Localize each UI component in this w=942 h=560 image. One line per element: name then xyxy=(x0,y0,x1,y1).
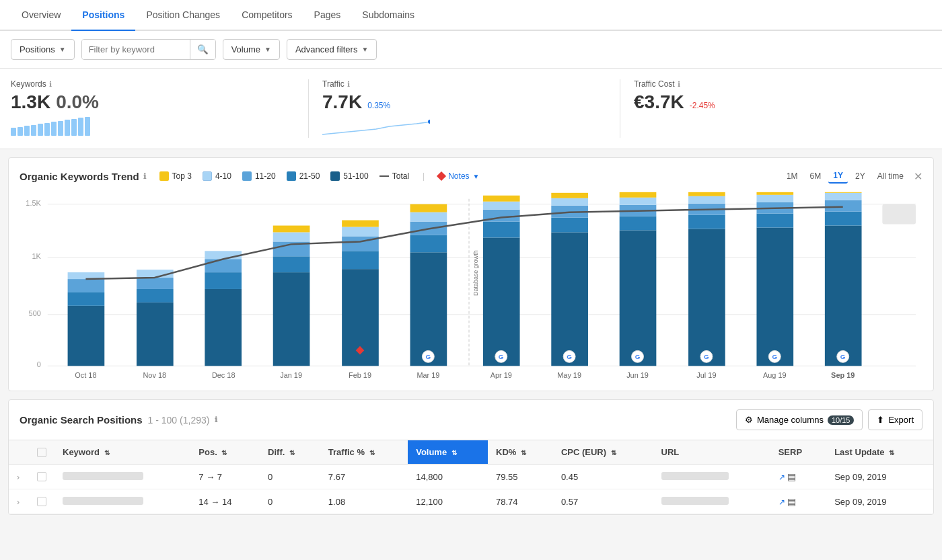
traffic-info-icon[interactable]: ℹ xyxy=(347,80,350,89)
svg-rect-57 xyxy=(688,192,725,196)
table-toolbar: Organic Search Positions 1 - 100 (1,293)… xyxy=(9,400,933,440)
legend-4-10-dot xyxy=(203,171,212,181)
traffic-cost-value: €3.7K xyxy=(634,91,684,113)
svg-rect-64 xyxy=(825,212,862,226)
row-1-cpc: 0.45 xyxy=(553,465,653,489)
svg-text:Jun 19: Jun 19 xyxy=(626,371,649,379)
svg-text:Dec 18: Dec 18 xyxy=(212,371,236,379)
row-2-traffic: 1.08 xyxy=(320,489,408,514)
volume-dropdown[interactable]: Volume ▼ xyxy=(223,39,280,60)
svg-rect-13 xyxy=(137,303,174,366)
expand-row-1[interactable]: › xyxy=(17,473,20,482)
legend-11-20[interactable]: 11-20 xyxy=(242,171,276,181)
svg-text:Database growth: Database growth xyxy=(472,250,479,296)
col-diff[interactable]: Diff. ⇅ xyxy=(260,440,320,465)
svg-rect-32 xyxy=(410,235,447,252)
notes-button[interactable]: Notes ▼ xyxy=(438,171,479,181)
search-input[interactable] xyxy=(82,40,190,59)
svg-rect-18 xyxy=(205,272,242,289)
col-serp[interactable]: SERP xyxy=(770,440,826,465)
legend-51-100[interactable]: 51-100 xyxy=(330,171,368,181)
col-traffic-pct[interactable]: Traffic % ⇅ xyxy=(320,440,408,465)
expand-row-2[interactable]: › xyxy=(17,497,20,507)
col-cpc[interactable]: CPC (EUR) ⇅ xyxy=(553,440,653,465)
svg-text:May 19: May 19 xyxy=(557,371,581,379)
svg-text:Nov 18: Nov 18 xyxy=(143,371,166,379)
svg-text:G: G xyxy=(635,353,641,360)
col-pos[interactable]: Pos. ⇅ xyxy=(190,440,260,465)
keywords-value: 1.3K xyxy=(11,91,50,113)
traffic-cost-info-icon[interactable]: ℹ xyxy=(678,80,680,89)
time-all[interactable]: All time xyxy=(873,169,908,183)
svg-text:G: G xyxy=(426,353,431,360)
chart-svg: 1.5K 1K 500 0 xyxy=(20,192,922,380)
svg-rect-35 xyxy=(410,204,447,212)
chart-header: Organic Keywords Trend ℹ Top 3 4-10 11-2… xyxy=(20,169,922,184)
chart-legend: Top 3 4-10 11-20 21-50 51-100 xyxy=(159,171,480,181)
tab-positions[interactable]: Positions xyxy=(71,0,135,31)
svg-text:0: 0 xyxy=(37,360,41,368)
legend-top3[interactable]: Top 3 xyxy=(159,171,192,181)
svg-text:G: G xyxy=(567,353,572,360)
time-2y[interactable]: 2Y xyxy=(850,169,870,183)
svg-text:Aug 19: Aug 19 xyxy=(763,371,787,379)
svg-text:Sep 19: Sep 19 xyxy=(831,371,855,379)
checkbox-header[interactable] xyxy=(29,440,55,465)
close-icon[interactable]: ✕ xyxy=(914,170,922,183)
svg-rect-27 xyxy=(342,251,379,269)
row-1-kd: 79.55 xyxy=(488,465,553,489)
row-1-checkbox[interactable] xyxy=(37,472,46,481)
row-2-ext-link-icon[interactable]: ↗ xyxy=(778,497,785,507)
col-keyword[interactable]: Keyword ⇅ xyxy=(55,440,190,465)
search-button[interactable]: 🔍 xyxy=(190,40,215,59)
svg-rect-58 xyxy=(756,228,793,366)
expand-header xyxy=(9,440,29,465)
table-info-icon[interactable]: ℹ xyxy=(215,415,217,424)
svg-rect-30 xyxy=(342,221,379,227)
row-2-checkbox[interactable] xyxy=(37,497,46,506)
row-1-serp-icon[interactable]: ▤ xyxy=(787,471,796,482)
manage-columns-button[interactable]: ⚙ Manage columns 10/15 xyxy=(736,409,863,430)
keywords-info-icon[interactable]: ℹ xyxy=(49,80,52,89)
keywords-pct: 0.0% xyxy=(56,91,99,113)
col-volume[interactable]: Volume ⇅ xyxy=(408,440,488,465)
col-url[interactable]: URL xyxy=(653,440,770,465)
chart-info-icon[interactable]: ℹ xyxy=(143,172,146,181)
traffic-cost-label: Traffic Cost xyxy=(634,79,675,89)
legend-top3-dot xyxy=(159,171,169,181)
svg-rect-95 xyxy=(882,204,916,225)
tab-subdomains[interactable]: Subdomains xyxy=(351,0,425,31)
advanced-filters-dropdown[interactable]: Advanced filters ▼ xyxy=(287,39,377,60)
svg-text:Feb 19: Feb 19 xyxy=(349,371,371,379)
table-row: › 14 → 14 0 1.08 12,100 78.74 0.57 ↗ ▤ S… xyxy=(9,489,933,514)
legend-total[interactable]: Total xyxy=(379,171,409,181)
export-icon: ⬆ xyxy=(877,415,884,425)
row-2-volume: 12,100 xyxy=(408,489,488,514)
tab-competitors[interactable]: Competitors xyxy=(231,0,303,31)
tab-overview[interactable]: Overview xyxy=(11,0,71,31)
tab-pages[interactable]: Pages xyxy=(303,0,352,31)
traffic-cost-metric: Traffic Cost ℹ €3.7K -2.45% xyxy=(620,79,931,138)
select-all-checkbox[interactable] xyxy=(37,448,46,457)
svg-rect-31 xyxy=(410,252,447,366)
col-kd[interactable]: KD% ⇅ xyxy=(488,440,553,465)
legend-4-10[interactable]: 4-10 xyxy=(203,171,231,181)
traffic-label: Traffic xyxy=(322,79,345,89)
time-1y[interactable]: 1Y xyxy=(828,169,848,184)
time-1m[interactable]: 1M xyxy=(782,169,803,183)
time-6m[interactable]: 6M xyxy=(805,169,826,183)
table-row: › 7 → 7 0 7.67 14,800 79.55 0.45 ↗ ▤ Sep… xyxy=(9,465,933,489)
gear-icon: ⚙ xyxy=(745,415,753,425)
row-1-volume: 14,800 xyxy=(408,465,488,489)
legend-21-50[interactable]: 21-50 xyxy=(287,171,320,181)
svg-point-0 xyxy=(428,120,430,124)
svg-rect-22 xyxy=(273,256,310,272)
time-controls: 1M 6M 1Y 2Y All time xyxy=(782,169,908,184)
row-1-ext-link-icon[interactable]: ↗ xyxy=(778,473,785,482)
col-last-update[interactable]: Last Update ⇅ xyxy=(826,440,933,465)
svg-rect-54 xyxy=(688,215,725,229)
positions-dropdown[interactable]: Positions ▼ xyxy=(11,39,75,60)
row-2-serp-icon[interactable]: ▤ xyxy=(787,496,796,507)
tab-position-changes[interactable]: Position Changes xyxy=(135,0,231,31)
export-button[interactable]: ⬆ Export xyxy=(868,409,922,430)
